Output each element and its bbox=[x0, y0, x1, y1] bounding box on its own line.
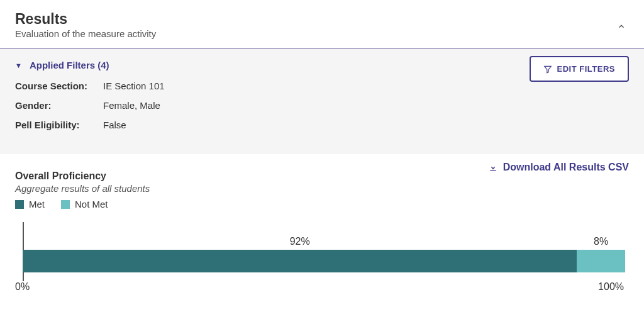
bar-segment-met bbox=[23, 250, 577, 272]
filter-value: IE Section 101 bbox=[103, 81, 165, 91]
axis-min-label: 0% bbox=[15, 281, 30, 293]
edit-filters-label: EDIT FILTERS bbox=[557, 64, 615, 74]
filter-row: Pell Eligibility: False bbox=[15, 120, 629, 130]
axis-max-label: 100% bbox=[598, 281, 624, 293]
download-icon bbox=[488, 162, 498, 172]
filter-row: Gender: Female, Male bbox=[15, 100, 629, 111]
filter-label: Gender: bbox=[15, 100, 103, 111]
page-subtitle: Evaluation of the measure activity bbox=[15, 28, 156, 39]
bar-segment-notmet bbox=[577, 250, 625, 272]
filter-label: Course Section: bbox=[15, 81, 103, 91]
svg-marker-0 bbox=[544, 66, 551, 73]
page-title: Results bbox=[15, 11, 156, 27]
filter-row: Course Section: IE Section 101 bbox=[15, 81, 629, 91]
filter-icon bbox=[543, 65, 552, 74]
data-labels-row: 92% 8% bbox=[23, 222, 625, 250]
download-csv-link[interactable]: Download All Results CSV bbox=[488, 162, 629, 173]
chart-subtitle: Aggregate results of all students bbox=[15, 183, 629, 194]
chart-legend: Met Not Met bbox=[15, 199, 629, 209]
legend-swatch-met bbox=[15, 200, 24, 209]
chevron-up-icon bbox=[617, 22, 626, 31]
page-header: Results Evaluation of the measure activi… bbox=[0, 0, 644, 48]
applied-filters-label: Applied Filters (4) bbox=[30, 60, 109, 70]
filter-value: Female, Male bbox=[103, 100, 160, 111]
bar-wrapper: 92% 8% bbox=[23, 222, 625, 277]
edit-filters-button[interactable]: EDIT FILTERS bbox=[530, 56, 629, 82]
data-label-notmet: 8% bbox=[577, 236, 625, 247]
x-axis-labels: 0% 100% bbox=[15, 281, 625, 293]
legend-swatch-notmet bbox=[61, 200, 70, 209]
filters-panel: ▼ Applied Filters (4) EDIT FILTERS Cours… bbox=[0, 48, 644, 154]
bar-track bbox=[23, 250, 625, 272]
collapse-panel-button[interactable] bbox=[614, 19, 629, 34]
download-csv-label: Download All Results CSV bbox=[503, 162, 629, 173]
legend-item-met: Met bbox=[15, 199, 45, 209]
filter-value: False bbox=[103, 120, 126, 130]
header-text: Results Evaluation of the measure activi… bbox=[15, 11, 156, 39]
proficiency-chart: 92% 8% 0% 100% bbox=[15, 222, 625, 293]
legend-label-notmet: Not Met bbox=[75, 199, 108, 209]
filter-label: Pell Eligibility: bbox=[15, 120, 103, 130]
data-label-met: 92% bbox=[23, 236, 577, 247]
legend-item-notmet: Not Met bbox=[61, 199, 108, 209]
caret-down-icon: ▼ bbox=[15, 62, 22, 69]
content-area: Download All Results CSV Overall Profici… bbox=[0, 154, 644, 293]
legend-label-met: Met bbox=[29, 199, 45, 209]
